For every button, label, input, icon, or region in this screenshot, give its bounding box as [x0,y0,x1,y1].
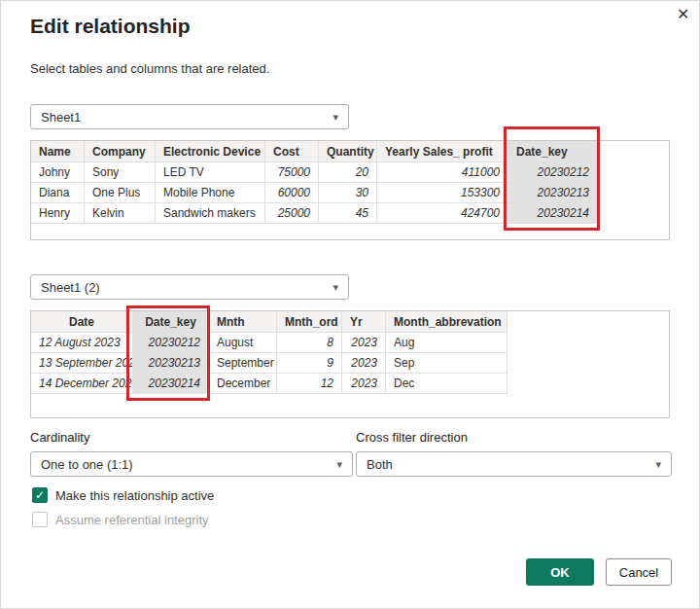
table1-cell[interactable]: Sony [85,162,156,183]
table1-cell[interactable]: Diana [31,183,85,203]
table1-cell[interactable]: 60000 [265,183,319,203]
edit-relationship-dialog: ✕ Edit relationship Select tables and co… [0,0,700,609]
table2-cell[interactable]: 13 September 2023 [31,353,133,374]
active-relationship-option: ✓ Make this relationship active [32,487,214,503]
table2-row-filler [508,374,669,394]
check-icon: ✓ [35,489,45,501]
table1-container: Name Company Electronic Device Cost Quan… [30,140,670,240]
table2-row-filler [508,353,669,374]
table1-row-filler [598,183,669,203]
table2-cell[interactable]: September [209,353,277,374]
table1-cell[interactable]: Kelvin [85,203,156,224]
table2-selector-value: Sheet1 (2) [41,280,100,295]
table1-col-yearly-sales-profit[interactable]: Yearly Sales_ profit [377,141,508,162]
chevron-down-icon: ▾ [655,458,661,471]
table1-col-cost[interactable]: Cost [265,141,319,162]
referential-integrity-option: Assume referential integrity [32,512,209,527]
table2-col-mnth[interactable]: Mnth [209,311,277,333]
chevron-down-icon: ▾ [332,281,338,294]
table2-cell[interactable]: Aug [386,333,508,353]
table2-cell[interactable]: 8 [277,333,342,353]
chevron-down-icon: ▾ [332,111,338,124]
table1-col-electronic-device[interactable]: Electronic Device [156,141,265,162]
ok-button[interactable]: OK [526,558,594,586]
table1-col-name[interactable]: Name [31,141,85,162]
table1-row-filler [598,162,669,183]
table2-cell[interactable]: 2023 [342,374,386,394]
table1-cell[interactable]: 75000 [265,162,319,183]
table2-cell[interactable]: December [209,374,277,394]
checkbox-referential-integrity[interactable] [32,512,48,527]
cross-filter-label: Cross filter direction [356,430,468,445]
close-icon[interactable]: ✕ [677,5,689,23]
cross-filter-dropdown[interactable]: Both ▾ [356,451,672,477]
table2-cell[interactable]: 12 [277,374,342,394]
table1-cell[interactable]: Sandwich makers [156,203,265,224]
table2-cell[interactable]: Dec [386,374,508,394]
cardinality-label: Cardinality [30,430,89,445]
table1-cell[interactable]: 153300 [377,183,508,203]
table1-cell[interactable]: 30 [319,183,377,203]
table1-cell[interactable]: 45 [319,203,377,224]
table1-cell[interactable]: One Plus [85,183,156,203]
table2-cell[interactable]: 2023 [342,333,386,353]
table2-cell[interactable]: 9 [277,353,342,374]
table2-cell-selected[interactable]: 20230213 [133,353,209,374]
table2-container: Date Date_key Mnth Mnth_ord Yr Month_abb… [30,310,670,418]
table1-cell[interactable]: 25000 [265,203,319,224]
table1-cell[interactable]: Mobile Phone [156,183,265,203]
table1-cell-selected[interactable]: 20230212 [508,162,598,183]
table2-cell-selected[interactable]: 20230212 [133,333,209,353]
table2-cell[interactable]: Sep [386,353,508,374]
table2-col-date-key[interactable]: Date_key [133,311,209,333]
dialog-subtitle: Select tables and columns that are relat… [30,61,269,76]
table1-col-date-key[interactable]: Date_key [508,141,598,162]
chevron-down-icon: ▾ [336,458,342,471]
table1-header-filler [598,141,669,162]
cancel-button[interactable]: Cancel [606,558,672,586]
table2: Date Date_key Mnth Mnth_ord Yr Month_abb… [31,311,669,394]
cross-filter-value: Both [367,457,393,472]
table1-cell[interactable]: 424700 [377,203,508,224]
table2-selector[interactable]: Sheet1 (2) ▾ [30,274,349,300]
table1-selector-value: Sheet1 [41,110,81,125]
table2-cell[interactable]: August [209,333,277,353]
table2-col-yr[interactable]: Yr [342,311,386,333]
table2-cell[interactable]: 14 December 2023 [31,374,133,394]
table1-cell[interactable]: 411000 [377,162,508,183]
table2-row-filler [508,333,669,353]
table2-cell[interactable]: 12 August 2023 [31,333,133,353]
table2-col-mnth-ord[interactable]: Mnth_ord [277,311,342,333]
table2-col-month-abbrevation[interactable]: Month_abbrevation [386,311,508,333]
checkbox-make-active[interactable]: ✓ [32,487,48,503]
cardinality-dropdown[interactable]: One to one (1:1) ▾ [30,451,353,477]
table1-row-filler [598,203,669,224]
table1-cell-selected[interactable]: 20230213 [508,183,598,203]
checkbox-referential-integrity-label: Assume referential integrity [55,513,209,527]
checkbox-make-active-label: Make this relationship active [55,488,214,503]
dialog-title: Edit relationship [30,15,191,38]
table1-cell-selected[interactable]: 20230214 [508,203,598,224]
table2-header-filler [508,311,669,333]
table1-selector[interactable]: Sheet1 ▾ [30,104,349,129]
cardinality-value: One to one (1:1) [41,457,133,472]
table1-cell[interactable]: Henry [31,203,85,224]
table1-cell[interactable]: Johny [31,162,85,183]
table2-col-date[interactable]: Date [31,311,133,333]
table1-col-company[interactable]: Company [85,141,156,162]
table2-cell-selected[interactable]: 20230214 [133,374,209,394]
table1-cell[interactable]: LED TV [156,162,265,183]
table2-cell[interactable]: 2023 [342,353,386,374]
table1: Name Company Electronic Device Cost Quan… [31,141,669,224]
table1-col-quantity[interactable]: Quantity [319,141,377,162]
table1-cell[interactable]: 20 [319,162,377,183]
